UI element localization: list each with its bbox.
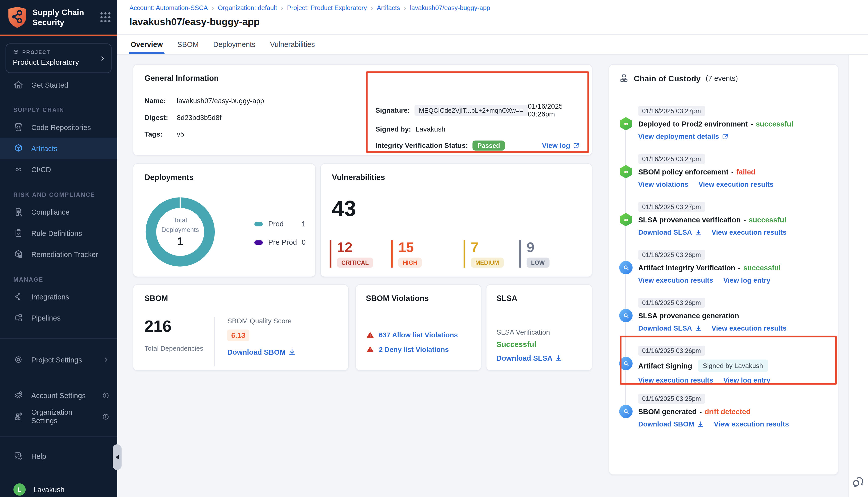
sidebar-user[interactable]: L Lavakush <box>0 479 117 497</box>
project-selector[interactable]: PROJECT Product Exploratory <box>5 43 112 73</box>
view-execution-results-link[interactable]: View execution results <box>714 421 789 428</box>
download-sbom-link[interactable]: Download SBOM <box>227 348 296 356</box>
custody-event-slsa-generation: 01/16/2025 03:26pm SLSA provenance gener… <box>619 297 829 345</box>
breadcrumb-artifacts[interactable]: Artifacts <box>377 4 400 11</box>
breadcrumb-project[interactable]: Project: Product Exploratory <box>287 4 367 11</box>
sidebar-item-code-repositories[interactable]: Code Repositories <box>0 116 117 138</box>
project-label: PROJECT <box>22 49 51 55</box>
sidebar-item-remediation-tracker[interactable]: Remediation Tracker <box>0 244 117 265</box>
download-slsa-link[interactable]: Download SLSA <box>496 354 563 362</box>
sidebar-divider <box>0 436 117 437</box>
warning-triangle-icon <box>366 330 374 339</box>
nav-section-supply-chain: SUPPLY CHAIN <box>0 106 117 113</box>
pipeline-event-icon: ∞ <box>619 213 632 226</box>
right-rail <box>849 55 868 497</box>
page-title: lavakush07/easy-buggy-app <box>129 16 868 28</box>
main-body: General Information Name: lavakush07/eas… <box>117 55 868 497</box>
sidebar-item-project-settings[interactable]: Project Settings <box>0 349 117 370</box>
sidebar: Supply Chain Security PROJECT Product Ex… <box>0 0 117 497</box>
deployments-title: Deployments <box>144 173 304 182</box>
breadcrumb-account[interactable]: Account: Automation-SSCA <box>129 4 208 11</box>
sidebar-item-pipelines[interactable]: Pipelines <box>0 307 117 328</box>
sidebar-item-get-started[interactable]: Get Started <box>0 74 117 95</box>
chat-bubbles-icon <box>851 475 866 489</box>
chain-of-custody-count: (7 events) <box>706 74 738 82</box>
event-timestamp: 01/16/2025 03:27pm <box>638 154 705 164</box>
sidebar-item-account-settings[interactable]: Account Settings <box>0 385 117 406</box>
warning-triangle-icon <box>366 345 374 353</box>
scan-event-icon <box>619 357 632 370</box>
slsa-status: Successful <box>496 340 582 349</box>
sidebar-item-compliance[interactable]: Compliance <box>0 201 117 223</box>
integrations-share-icon <box>13 292 23 302</box>
signed-by-badge: Signed by Lavakush <box>698 360 768 372</box>
breadcrumb-separator: › <box>404 4 406 11</box>
chat-support-button[interactable] <box>851 475 866 489</box>
sidebar-item-integrations[interactable]: Integrations <box>0 286 117 307</box>
sbom-total-label: Total Dependencies <box>144 345 203 352</box>
nav-section-manage: MANAGE <box>0 276 117 283</box>
prod-swatch <box>254 222 263 226</box>
view-violations-link[interactable]: View violations <box>638 181 688 188</box>
tags-label: Tags: <box>144 130 177 138</box>
tab-sbom[interactable]: SBOM <box>177 34 199 54</box>
chain-of-custody-icon <box>619 73 629 83</box>
view-log-entry-link[interactable]: View log entry <box>723 276 771 284</box>
download-slsa-link[interactable]: Download SLSA <box>638 229 701 237</box>
apps-grid-icon[interactable] <box>100 12 111 22</box>
remediation-box-icon <box>13 249 23 259</box>
info-icon[interactable] <box>102 392 109 399</box>
download-icon <box>555 355 563 362</box>
breadcrumb-organization[interactable]: Organization: default <box>218 4 277 11</box>
artifacts-cube-icon <box>13 143 23 153</box>
chevron-right-icon <box>103 356 110 363</box>
sidebar-item-organization-settings[interactable]: Organization Settings <box>0 406 117 427</box>
view-execution-results-link[interactable]: View execution results <box>638 276 713 284</box>
compliance-doc-search-icon <box>13 207 23 217</box>
tab-vulnerabilities[interactable]: Vulnerabilities <box>270 34 315 54</box>
home-icon <box>13 80 23 90</box>
sbom-violations-card: SBOM Violations 637 Allow list Violation… <box>355 284 481 371</box>
allow-list-violations-link[interactable]: 637 Allow list Violations <box>379 331 458 339</box>
general-information-card: General Information Name: lavakush07/eas… <box>133 64 592 155</box>
signature-value: MEQCICde2VjIT...bL+2+mqnOXw== <box>415 105 528 116</box>
pre-prod-swatch <box>254 240 263 244</box>
view-log-link[interactable]: View log <box>542 142 580 150</box>
tab-overview[interactable]: Overview <box>130 34 163 54</box>
user-avatar: L <box>13 483 26 496</box>
info-icon[interactable] <box>102 413 109 420</box>
tab-deployments[interactable]: Deployments <box>213 34 256 54</box>
event-timestamp: 01/16/2025 03:27pm <box>638 202 705 212</box>
view-execution-results-link[interactable]: View execution results <box>712 229 787 237</box>
view-deployment-details-link[interactable]: View deployment details <box>638 133 729 141</box>
sbom-card: SBOM 216 Total Dependencies SBOM Quality… <box>133 284 349 371</box>
tab-bar: Overview SBOM Deployments Vulnerabilitie… <box>117 34 868 55</box>
scan-event-icon <box>619 309 632 322</box>
breadcrumb-current[interactable]: lavakush07/easy-buggy-app <box>410 4 490 11</box>
deployments-donut-chart: Total Deployments 1 <box>146 197 215 266</box>
download-slsa-link[interactable]: Download SLSA <box>638 325 701 332</box>
view-execution-results-link[interactable]: View execution results <box>699 181 773 188</box>
help-chat-icon: ? <box>13 451 23 461</box>
sidebar-collapse-handle[interactable] <box>113 444 122 470</box>
signature-highlight-box: Signature: MEQCICde2VjIT...bL+2+mqnOXw==… <box>366 71 589 153</box>
pipeline-event-icon: ∞ <box>619 165 632 178</box>
sidebar-item-rule-definitions[interactable]: Rule Definitions <box>0 223 117 243</box>
app-window: Supply Chain Security PROJECT Product Ex… <box>0 0 868 497</box>
download-sbom-link[interactable]: Download SBOM <box>638 421 704 428</box>
sidebar-item-help[interactable]: ? Help <box>0 445 117 467</box>
view-execution-results-link[interactable]: View execution results <box>712 325 787 332</box>
low-badge: LOW <box>527 258 549 268</box>
sidebar-item-cicd[interactable]: ∞ CI/CD <box>0 159 117 180</box>
organization-settings-icon <box>13 411 23 422</box>
severity-breakdown: 12 CRITICAL 15 HIGH 7 MEDIUM <box>330 240 585 268</box>
sbom-total-dependencies: 216 <box>144 317 203 336</box>
vulnerabilities-card: Vulnerabilities 43 12 CRITICAL 15 HIGH <box>320 164 592 277</box>
project-name: Product Exploratory <box>13 58 104 66</box>
signature-label: Signature: <box>376 106 410 114</box>
sbom-quality-score: 6.13 <box>227 330 249 341</box>
view-log-entry-link[interactable]: View log entry <box>723 376 771 384</box>
deny-list-violations-link[interactable]: 2 Deny list Violations <box>379 345 449 353</box>
view-execution-results-link[interactable]: View execution results <box>638 376 713 384</box>
sidebar-item-artifacts[interactable]: Artifacts <box>0 138 117 159</box>
